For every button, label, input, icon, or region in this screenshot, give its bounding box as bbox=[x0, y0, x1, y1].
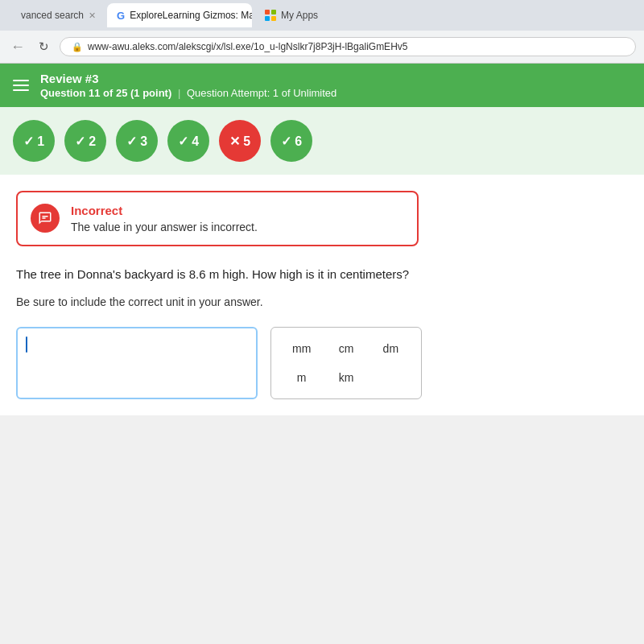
unit-m[interactable]: m bbox=[287, 368, 316, 387]
reload-button[interactable]: ↻ bbox=[34, 39, 53, 54]
unit-mm[interactable]: mm bbox=[287, 339, 316, 358]
question-btn-6[interactable]: ✓ 6 bbox=[270, 120, 312, 162]
question-text: The tree in Donna's backyard is 8.6 m hi… bbox=[16, 266, 628, 284]
feedback-box: Incorrect The value in your answer is in… bbox=[16, 191, 419, 246]
tab-myapps-label: My Apps bbox=[281, 10, 318, 21]
point-label: (1 point) bbox=[130, 87, 171, 99]
lock-icon: 🔒 bbox=[72, 42, 83, 52]
address-bar-row: ← ↻ 🔒 www-awu.aleks.com/alekscgi/x/lsl.e… bbox=[0, 31, 644, 63]
svg-rect-0 bbox=[42, 216, 48, 217]
question-btn-5[interactable]: ✕ 5 bbox=[219, 120, 261, 162]
tab-gizmos-favicon: G bbox=[117, 10, 125, 22]
separator: | bbox=[178, 87, 180, 99]
text-cursor bbox=[26, 336, 27, 353]
address-bar[interactable]: 🔒 www-awu.aleks.com/alekscgi/x/lsl.exe/1… bbox=[60, 37, 636, 56]
hamburger-line bbox=[13, 89, 29, 91]
windows-grid-icon bbox=[265, 10, 276, 21]
answer-area: mm cm dm m km bbox=[16, 327, 628, 399]
question-number: Question 11 of 25 bbox=[40, 87, 127, 99]
tab-label: vanced search bbox=[21, 10, 84, 21]
tab-advanced-search[interactable]: vanced search ✕ bbox=[6, 3, 105, 27]
header-text: Review #3 Question 11 of 25 (1 point) | … bbox=[40, 72, 336, 99]
tab-myapps[interactable]: My Apps bbox=[254, 3, 329, 27]
unit-dm[interactable]: dm bbox=[377, 339, 405, 358]
feedback-body: The value in your answer is incorrect. bbox=[71, 221, 258, 233]
question-btn-3[interactable]: ✓ 3 bbox=[116, 120, 158, 162]
hamburger-menu[interactable] bbox=[13, 80, 29, 91]
question-info: Question 11 of 25 (1 point) | Question A… bbox=[40, 87, 336, 99]
svg-rect-1 bbox=[42, 217, 46, 219]
question-instruction: Be sure to include the correct unit in y… bbox=[16, 294, 628, 311]
tab-gizmos[interactable]: G ExploreLearning Gizmos: Mat ✕ bbox=[107, 3, 252, 27]
question-btn-2[interactable]: ✓ 2 bbox=[64, 120, 106, 162]
hamburger-line bbox=[13, 80, 29, 81]
feedback-icon bbox=[31, 204, 60, 233]
question-btn-1[interactable]: ✓ 1 bbox=[13, 120, 55, 162]
question-nav: ✓ 1 ✓ 2 ✓ 3 ✓ 4 ✕ 5 ✓ 6 bbox=[0, 107, 644, 175]
question-btn-4[interactable]: ✓ 4 bbox=[167, 120, 209, 162]
unit-cm[interactable]: cm bbox=[332, 339, 360, 358]
unit-km[interactable]: km bbox=[332, 368, 360, 387]
answer-input-box[interactable] bbox=[16, 327, 258, 399]
units-panel: mm cm dm m km bbox=[270, 327, 422, 399]
tab-gizmos-label: ExploreLearning Gizmos: Mat bbox=[130, 10, 252, 21]
comment-icon bbox=[38, 211, 52, 225]
feedback-content: Incorrect The value in your answer is in… bbox=[71, 204, 258, 233]
attempt-label: Question Attempt: 1 of Unlimited bbox=[187, 87, 336, 99]
tab-bar: vanced search ✕ G ExploreLearning Gizmos… bbox=[0, 0, 644, 31]
address-text: www-awu.aleks.com/alekscgi/x/lsl.exe/1o_… bbox=[88, 41, 407, 52]
review-title: Review #3 bbox=[40, 72, 336, 85]
main-content: Incorrect The value in your answer is in… bbox=[0, 175, 644, 415]
browser-chrome: vanced search ✕ G ExploreLearning Gizmos… bbox=[0, 0, 644, 64]
hamburger-line bbox=[13, 85, 29, 86]
feedback-title: Incorrect bbox=[71, 204, 258, 217]
back-button[interactable]: ← bbox=[8, 39, 27, 56]
tab-close-icon[interactable]: ✕ bbox=[89, 10, 96, 21]
header-bar: Review #3 Question 11 of 25 (1 point) | … bbox=[0, 64, 644, 107]
